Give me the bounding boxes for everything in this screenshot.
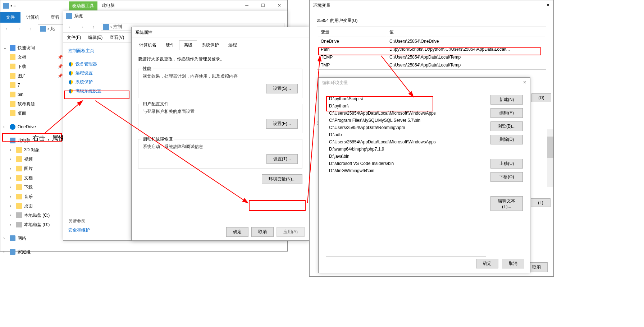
cancel-button[interactable]: 取消 — [502, 259, 524, 268]
move-up-button[interactable]: 上移(U) — [490, 159, 523, 169]
tree-pictures[interactable]: 图片📌 — [2, 71, 63, 80]
tab-protection[interactable]: 系统保护 — [197, 40, 224, 50]
advanced-system-settings-link[interactable]: 高级系统设置 — [68, 88, 123, 94]
delete-button[interactable]: 删除(D) — [490, 135, 523, 144]
list-item[interactable]: D:\python\Scripts\ — [326, 95, 486, 102]
file-menu[interactable]: 文件(F) — [63, 34, 85, 41]
list-item[interactable]: C:\Users\25854\AppData\Local\Microsoft\W… — [326, 138, 486, 146]
list-item[interactable]: D:\MinGW\mingw64\bin — [326, 167, 486, 174]
table-row[interactable]: PathD:\python\Scripts\;D:\python\;C:\Use… — [318, 46, 545, 53]
edit-button-partial[interactable]: (L) — [531, 198, 551, 207]
list-item[interactable]: C:\Users\25854\AppData\Local\Microsoft\W… — [326, 110, 486, 117]
tree-examdocs[interactable]: 软考真题 — [2, 99, 63, 109]
cell-val: D:\python\Scripts\;D:\python\;C:\Users\2… — [387, 46, 545, 53]
profile-settings-button[interactable]: 设置(E)... — [266, 119, 298, 129]
tab-remote[interactable]: 远程 — [224, 40, 242, 50]
forward-button[interactable]: → — [78, 23, 86, 31]
drive-tools-tab[interactable]: 驱动器工具 — [69, 1, 97, 10]
tree-localdisk-c[interactable]: ›本地磁盘 (C:) — [2, 211, 63, 220]
edit-menu[interactable]: 编辑(E) — [85, 34, 106, 41]
tree-7[interactable]: 7 — [2, 80, 63, 90]
address-text: 此 — [50, 26, 55, 32]
list-item[interactable]: D:\Microsoft VS Code Insiders\bin — [326, 160, 486, 167]
tree-homegroup[interactable]: ›家庭组 — [2, 247, 63, 257]
tree-documents[interactable]: 文档📌 — [2, 52, 63, 62]
folder-icon — [16, 184, 22, 190]
close-button[interactable]: ✕ — [271, 0, 287, 10]
system-protection-link[interactable]: 系统保护 — [68, 79, 123, 85]
up-button[interactable]: ↑ — [89, 23, 98, 31]
move-down-button[interactable]: 下移(O) — [490, 172, 523, 182]
tree-downloads[interactable]: 下载📌 — [2, 62, 63, 71]
tree-desktop[interactable]: 桌面 — [2, 109, 63, 118]
env-vars-button[interactable]: 环境变量(N)... — [262, 174, 302, 184]
new-button-partial[interactable]: (D) — [531, 93, 551, 102]
back-button[interactable]: ← — [66, 23, 75, 31]
back-button[interactable]: ← — [3, 24, 12, 33]
list-item[interactable]: D:\java\bin — [326, 153, 486, 160]
minimize-button[interactable]: ─ — [239, 0, 255, 10]
new-button[interactable]: 新建(N) — [490, 95, 523, 105]
forward-button[interactable]: → — [15, 24, 23, 33]
breadcrumb-sep: › — [110, 24, 112, 29]
edit-env-dialog: 编辑环境变量 ✕ D:\python\Scripts\D:\python\C:\… — [318, 77, 530, 273]
tree-3d-objects[interactable]: ›3D 对象 — [2, 145, 63, 155]
list-item[interactable]: C:\Program Files\MySQL\MySQL Server 5.7\… — [326, 117, 486, 124]
startup-settings-button[interactable]: 设置(T)... — [266, 154, 298, 164]
tree-bin[interactable]: bin — [2, 90, 63, 99]
table-row[interactable]: TEMPC:\Users\25854\AppData\Local\Temp — [318, 54, 545, 61]
admin-note: 要进行大多数更改，你必须作为管理员登录。 — [138, 56, 302, 62]
file-menu[interactable]: 文件 — [0, 12, 20, 23]
security-maintenance-link[interactable]: 安全和维护 — [68, 227, 90, 233]
shield-icon — [68, 62, 73, 67]
table-row[interactable]: TMPC:\Users\25854\AppData\Local\Temp — [318, 61, 545, 69]
scrollbar-thumb[interactable] — [547, 137, 553, 158]
list-item[interactable]: D:\wamp64\bin\php\php7.1.9 — [326, 146, 486, 153]
folder-icon — [16, 175, 22, 181]
browse-button[interactable]: 浏览(B)... — [490, 121, 523, 131]
control-panel-home-link[interactable]: 控制面板主页 — [68, 48, 123, 54]
list-item[interactable]: C:\Users\25854\AppData\Roaming\npm — [326, 124, 486, 131]
remote-settings-link[interactable]: 远程设置 — [68, 70, 123, 76]
tree-localdisk-d[interactable]: ›本地磁盘 (D:) — [2, 220, 63, 229]
tree-documents2[interactable]: ›文档 — [2, 173, 63, 183]
tree-music[interactable]: ›音乐 — [2, 192, 63, 201]
tree-quick-access[interactable]: ⌄快速访问 — [2, 43, 63, 52]
tree-pictures2[interactable]: ›图片 — [2, 164, 63, 173]
edit-text-button[interactable]: 编辑文本(T)... — [490, 196, 523, 211]
edit-button[interactable]: 编辑(E) — [490, 108, 523, 118]
folder-icon — [10, 64, 15, 69]
ok-button[interactable]: 确定 — [476, 259, 498, 268]
up-button[interactable]: ↑ — [26, 24, 35, 33]
tree-videos[interactable]: ›视频 — [2, 155, 63, 164]
device-manager-link[interactable]: 设备管理器 — [68, 61, 123, 67]
maximize-button[interactable]: ☐ — [255, 0, 271, 10]
apply-button[interactable]: 应用(A) — [277, 227, 305, 237]
sidebar: 控制面板主页 设备管理器 远程设置 系统保护 高级系统设置 — [63, 43, 128, 101]
tab-hardware[interactable]: 硬件 — [161, 40, 179, 50]
table-row[interactable]: OneDriveC:\Users\25854\OneDrive — [318, 38, 545, 45]
scrollbar[interactable] — [547, 129, 553, 187]
ok-button[interactable]: 确定 — [226, 227, 248, 237]
list-item[interactable]: D:\python\ — [326, 102, 486, 110]
cell-var: TEMP — [318, 54, 386, 61]
tree-desktop2[interactable]: ›桌面 — [2, 201, 63, 211]
tree-downloads2[interactable]: ›下载 — [2, 183, 63, 192]
tree-onedrive[interactable]: ›OneDrive — [2, 122, 63, 132]
tab-advanced[interactable]: 高级 — [179, 40, 197, 50]
tab-computer-name[interactable]: 计算机名 — [134, 40, 161, 50]
list-item[interactable]: D:\adb — [326, 131, 486, 138]
close-button[interactable]: ✕ — [546, 3, 550, 8]
tree-network[interactable]: ›网络 — [2, 234, 63, 243]
user-vars-table[interactable]: 变量 值 OneDriveC:\Users\25854\OneDrivePath… — [317, 27, 546, 70]
title-text: 系统 — [74, 13, 83, 19]
startup-group: 启动和故障恢复 系统启动、系统故障和调试信息 设置(T)... — [138, 139, 302, 169]
close-button[interactable]: ✕ — [523, 80, 526, 86]
view-menu[interactable]: 查看(V) — [106, 34, 128, 41]
path-list[interactable]: D:\python\Scripts\D:\python\C:\Users\258… — [326, 95, 486, 257]
annotation-rightclick: 右击，属性 — [32, 134, 65, 142]
performance-settings-button[interactable]: 设置(S)... — [266, 84, 298, 93]
cancel-button[interactable]: 取消 — [251, 227, 274, 237]
view-menu[interactable]: 查看 — [45, 12, 65, 23]
computer-menu[interactable]: 计算机 — [20, 12, 45, 23]
